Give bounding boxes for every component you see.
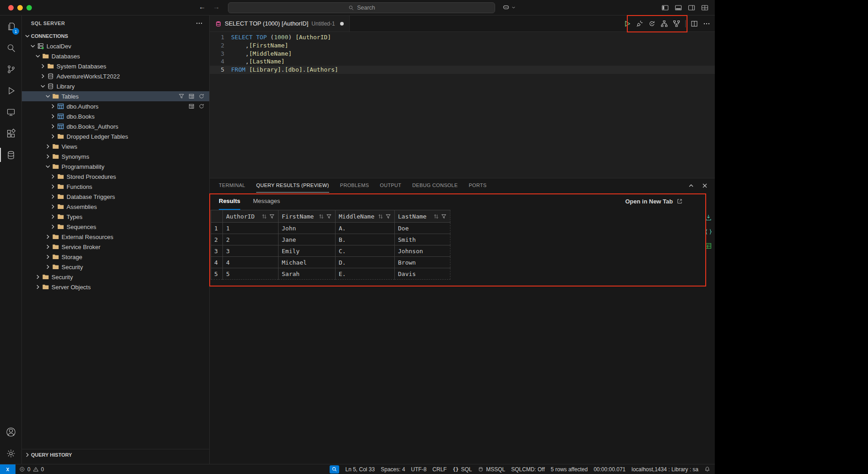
row-header[interactable]: 3 [211,245,223,257]
chevron-right-icon[interactable] [44,243,52,250]
grid-cell[interactable]: C. [336,245,395,257]
navigate-forward-button[interactable]: → [213,3,220,10]
panel-tab-ports[interactable]: PORTS [469,178,486,193]
tree-item-dbo-books[interactable]: dbo.Books [22,111,209,121]
save-as-csv-button[interactable] [705,214,712,221]
cursor-position[interactable]: Ln 5, Col 33 [345,466,375,473]
grid-cell[interactable]: Emily [279,245,336,257]
grid-cell[interactable]: 4 [223,257,279,268]
minimize-window-button[interactable] [17,5,23,10]
sort-icon[interactable] [377,214,383,219]
grid-cell[interactable]: A. [336,223,395,234]
zoom-indicator[interactable] [330,465,339,474]
refresh-icon[interactable] [198,103,205,109]
tree-item-service-broker[interactable]: Service Broker [22,242,209,252]
chevron-right-icon[interactable] [49,193,57,200]
chevron-right-icon[interactable] [44,143,52,150]
enable-sqlcmd-button[interactable] [673,20,680,27]
grid-cell[interactable]: Michael [279,257,336,268]
tree-item-assemblies[interactable]: Assemblies [22,202,209,212]
chevron-right-icon[interactable] [44,153,52,160]
chevron-right-icon[interactable] [49,113,57,120]
sqlcmd[interactable]: SQLCMD: Off [511,466,545,473]
column-header-authorid[interactable]: AuthorID [223,210,279,223]
open-in-new-tab-button[interactable]: Open in New Tab [625,193,683,210]
row-header[interactable]: 4 [211,257,223,268]
grid-cell[interactable]: E. [336,268,395,280]
grid-cell[interactable]: Johnson [395,245,450,257]
tree-item-adventureworkslt2022[interactable]: AdventureWorksLT2022 [22,71,209,81]
tree-item-system-databases[interactable]: System Databases [22,61,209,71]
grid-cell[interactable]: 5 [223,268,279,280]
filter-icon[interactable] [178,93,185,99]
close-panel-button[interactable] [701,182,708,189]
tree-item-synonyms[interactable]: Synonyms [22,151,209,161]
panel-tab-debug-console[interactable]: DEBUG CONSOLE [412,178,458,193]
grid-cell[interactable]: 1 [223,223,279,234]
panel-tab-output[interactable]: OUTPUT [380,178,401,193]
tree-item-tables[interactable]: Tables [22,91,209,101]
activity-item-source-control[interactable] [0,58,21,80]
panel-tab-query-results-preview[interactable]: QUERY RESULTS (PREVIEW) [256,178,329,193]
chevron-right-icon[interactable] [49,213,57,220]
refresh-icon[interactable] [198,93,205,99]
copilot-menu-button[interactable] [502,4,516,11]
chevron-right-icon[interactable] [49,183,57,190]
tree-item-storage[interactable]: Storage [22,252,209,262]
tree-item-types[interactable]: Types [22,212,209,222]
activity-item-search[interactable] [0,37,21,58]
chevron-down-icon[interactable] [29,42,36,50]
tree-item-localdev[interactable]: LocalDev [22,41,209,51]
encoding[interactable]: UTF-8 [411,466,427,473]
activity-item-remote-explorer[interactable] [0,101,21,123]
maximize-panel-button[interactable] [687,182,695,189]
tree-item-server-objects[interactable]: Server Objects [22,282,209,292]
grid-cell[interactable]: Sarah [279,268,336,280]
close-window-button[interactable] [8,5,14,10]
navigate-back-button[interactable]: ← [199,3,206,10]
query-history-section-header[interactable]: QUERY HISTORY [22,449,209,464]
tree-item-dbo-authors[interactable]: dbo.Authors [22,101,209,111]
chevron-right-icon[interactable] [49,123,57,130]
activity-item-explorer[interactable]: 1 [0,16,21,37]
connections-section-header[interactable]: CONNECTIONS [22,31,209,41]
command-center-search[interactable]: Search [228,2,495,13]
tree-item-security[interactable]: Security [22,262,209,272]
tree-item-external-resources[interactable]: External Resources [22,232,209,242]
tree-item-security[interactable]: Security [22,272,209,282]
grid-cell[interactable]: B. [336,234,395,245]
toggle-primary-sidebar-button[interactable] [661,4,669,11]
table-small-icon[interactable] [188,93,195,99]
filter-icon[interactable] [385,214,391,219]
sql-editor[interactable]: 1SELECT TOP (1000) [AuthorID]2 ,[FirstNa… [210,32,715,178]
grid-corner-cell[interactable] [211,210,223,223]
problems-summary[interactable]: 0 0 [16,466,44,473]
chevron-down-icon[interactable] [34,52,41,60]
run-button[interactable] [624,20,631,27]
query-duration[interactable]: 00:00:00.071 [594,466,625,473]
save-as-json-button[interactable] [705,228,712,235]
grid-cell[interactable]: Jane [279,234,336,245]
tree-item-functions[interactable]: Functions [22,182,209,192]
row-header[interactable]: 5 [211,268,223,280]
save-as-excel-button[interactable] [705,242,712,250]
chevron-down-icon[interactable] [44,163,52,170]
chevron-right-icon[interactable] [39,63,46,70]
remote-indicator[interactable] [0,464,16,474]
estimated-plan-button[interactable] [661,20,668,27]
sort-icon[interactable] [318,214,324,219]
tree-item-programmability[interactable]: Programmability [22,161,209,172]
language-mode[interactable]: {}SQL [453,466,472,473]
chevron-right-icon[interactable] [49,173,57,180]
activity-item-settings[interactable] [0,443,21,464]
sort-icon[interactable] [433,214,439,219]
panel-tab-terminal[interactable]: TERMINAL [219,178,245,193]
column-header-firstname[interactable]: FirstName [279,210,336,223]
chevron-right-icon[interactable] [44,253,52,260]
chevron-right-icon[interactable] [49,103,57,110]
more-actions-button[interactable] [703,20,710,27]
change-connection-button[interactable] [648,20,656,27]
chevron-right-icon[interactable] [49,223,57,230]
grid-cell[interactable]: Davis [395,268,450,280]
chevron-down-icon[interactable] [44,93,52,100]
